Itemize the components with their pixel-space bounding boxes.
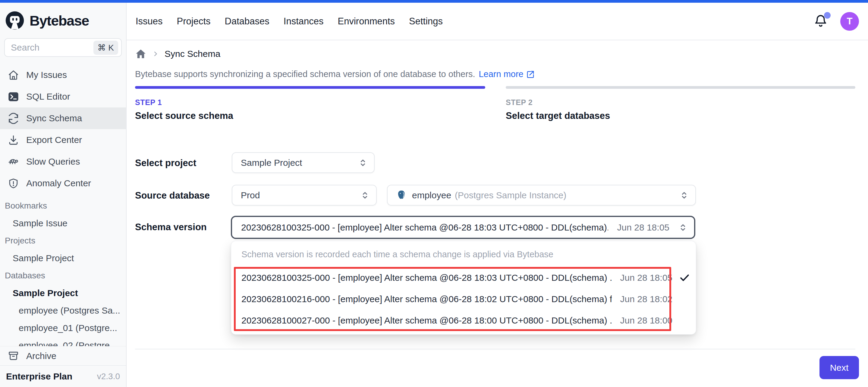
schema-version-option[interactable]: 20230628100027-000 - [employee] Alter sc… (231, 310, 696, 331)
sidebar-item-archive[interactable]: Archive (0, 346, 126, 365)
progress-bar-step1 (135, 86, 485, 89)
footer-divider (135, 349, 855, 349)
progress-bar-step2 (506, 86, 855, 89)
sidebar-item-slow-queries[interactable]: Slow Queries (0, 151, 126, 172)
step-1-indicator: STEP 1 Select source schema (135, 98, 233, 121)
list-item[interactable]: Sample Issue (0, 215, 126, 232)
top-accent-bar (0, 0, 868, 3)
topnav-item-issues[interactable]: Issues (135, 16, 163, 27)
turtle-icon (8, 156, 19, 167)
sidebar: Bytebase ⌘ K My IssuesSQL EditorSync Sch… (0, 3, 127, 387)
chevron-right-icon (151, 50, 160, 58)
content: Sync Schema Bytebase supports synchroniz… (127, 40, 868, 387)
search-shortcut-badge: ⌘ K (93, 41, 118, 55)
option-text: 20230628100325-000 - [employee] Alter sc… (241, 273, 612, 283)
bytebase-app: Bytebase ⌘ K My IssuesSQL EditorSync Sch… (0, 0, 868, 387)
sidebar-item-label: Sync Schema (26, 113, 82, 124)
sync-icon (8, 113, 19, 124)
page-title: Sync Schema (164, 49, 220, 59)
option-date: Jun 28 18:02 (620, 294, 673, 304)
learn-more-link[interactable]: Learn more (478, 69, 535, 79)
chevron-updown-icon (358, 158, 368, 168)
chevron-updown-icon (678, 222, 688, 233)
option-text: 20230628100216-000 - [employee] Alter sc… (241, 294, 612, 304)
step-1-label: STEP 1 (135, 98, 233, 107)
brand-name: Bytebase (30, 12, 89, 29)
list-item[interactable]: employee_01 (Postgre... (0, 319, 126, 337)
topnav-item-projects[interactable]: Projects (177, 16, 211, 27)
home-icon[interactable] (135, 48, 147, 60)
chevron-updown-icon (679, 190, 689, 201)
sidebar-nav: My IssuesSQL EditorSync SchemaExport Cen… (0, 62, 126, 195)
topnav-item-environments[interactable]: Environments (338, 16, 395, 27)
list-item[interactable]: employee_02 (Postgre (0, 337, 126, 346)
bytebase-logo-icon (5, 10, 25, 30)
avatar[interactable]: T (840, 12, 859, 31)
schema-version-dropdown: Schema version is recorded each time a s… (231, 241, 696, 335)
database-select-instance: (Postgres Sample Instance) (455, 190, 566, 201)
home-icon (8, 70, 19, 81)
sidebar-item-my-issues[interactable]: My Issues (0, 64, 126, 86)
learn-more-label: Learn more (478, 69, 523, 79)
section-header-projects: Projects (0, 232, 126, 249)
sidebar-item-sync-schema[interactable]: Sync Schema (0, 107, 126, 129)
source-database-label: Source database (135, 190, 210, 201)
dropdown-options: 20230628100325-000 - [employee] Alter sc… (231, 267, 696, 331)
topnav-item-settings[interactable]: Settings (409, 16, 443, 27)
step-2-indicator: STEP 2 Select target databases (506, 98, 610, 121)
option-date: Jun 28 18:00 (620, 315, 673, 326)
plan-bar: Enterprise Plan v2.3.0 (0, 365, 126, 387)
main-area: IssuesProjectsDatabasesInstancesEnvironm… (127, 3, 868, 387)
plan-name: Enterprise Plan (6, 371, 72, 382)
option-text: 20230628100027-000 - [employee] Alter sc… (241, 315, 612, 326)
sidebar-item-label: Export Center (26, 135, 82, 145)
archive-label: Archive (26, 351, 56, 361)
top-header: IssuesProjectsDatabasesInstancesEnvironm… (127, 3, 868, 40)
next-button[interactable]: Next (819, 356, 859, 379)
database-select-name: employee (412, 190, 451, 201)
top-nav: IssuesProjectsDatabasesInstancesEnvironm… (135, 16, 443, 27)
page-description: Bytebase supports synchronizing a specif… (135, 69, 535, 79)
check-icon (678, 272, 691, 283)
notification-dot (824, 12, 831, 19)
topnav-item-databases[interactable]: Databases (225, 16, 270, 27)
search-box[interactable]: ⌘ K (4, 38, 122, 57)
schema-version-value: 20230628100325-000 - [employee] Alter sc… (241, 222, 608, 233)
postgres-icon (396, 189, 407, 201)
archive-box-icon (8, 350, 19, 361)
schema-version-label: Schema version (135, 222, 207, 233)
step-1-title: Select source schema (135, 110, 233, 121)
chevron-updown-icon (360, 190, 370, 201)
project-select-value: Sample Project (241, 158, 302, 168)
breadcrumb: Sync Schema (135, 48, 220, 60)
sidebar-item-sql-editor[interactable]: SQL Editor (0, 86, 126, 107)
external-link-icon (526, 70, 535, 79)
topnav-item-instances[interactable]: Instances (284, 16, 324, 27)
schema-version-select[interactable]: 20230628100325-000 - [employee] Alter sc… (231, 216, 695, 239)
sidebar-item-export-center[interactable]: Export Center (0, 129, 126, 151)
notification-bell[interactable] (814, 14, 828, 29)
section-header-databases: Databases (0, 267, 126, 284)
step-2-label: STEP 2 (506, 98, 610, 107)
download-icon (8, 135, 19, 146)
search-input[interactable] (11, 42, 93, 52)
project-select[interactable]: Sample Project (232, 152, 375, 173)
sidebar-item-label: SQL Editor (26, 92, 70, 102)
plan-version: v2.3.0 (97, 372, 120, 381)
environment-select-value: Prod (241, 190, 260, 201)
step-2-title: Select target databases (506, 110, 610, 121)
shield-alert-icon (8, 178, 19, 189)
list-item[interactable]: Sample Project (0, 284, 126, 302)
sidebar-item-label: My Issues (26, 70, 67, 80)
sidebar-item-anomaly-center[interactable]: Anomaly Center (0, 172, 126, 194)
environment-select[interactable]: Prod (232, 185, 377, 206)
database-select[interactable]: employee (Postgres Sample Instance) (387, 185, 696, 206)
option-date: Jun 28 18:05 (620, 273, 673, 283)
select-project-label: Select project (135, 158, 196, 169)
schema-version-option[interactable]: 20230628100216-000 - [employee] Alter sc… (231, 288, 696, 310)
list-item[interactable]: employee (Postgres Sa... (0, 302, 126, 319)
sidebar-sections: BookmarksSample IssueProjectsSample Proj… (0, 195, 126, 346)
brand-home-link[interactable]: Bytebase (0, 3, 126, 36)
list-item[interactable]: Sample Project (0, 249, 126, 267)
schema-version-option[interactable]: 20230628100325-000 - [employee] Alter sc… (231, 267, 696, 288)
